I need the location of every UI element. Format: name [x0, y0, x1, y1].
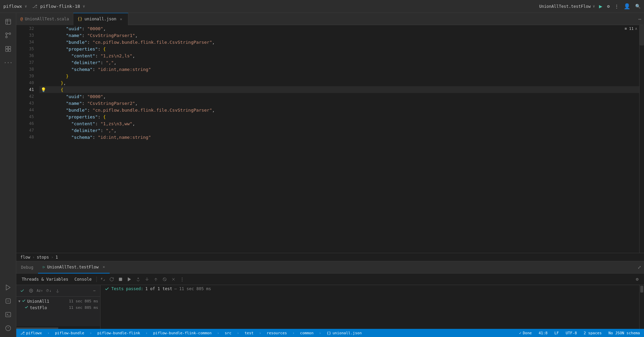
resume-btn[interactable] [125, 275, 133, 283]
svg-rect-5 [8, 46, 11, 49]
code-line-48: "schema": "id:int,name:string" [39, 134, 639, 141]
status-indent[interactable]: 2 spaces [582, 329, 603, 337]
ln-48: 48 [19, 134, 34, 141]
tab-actions: ⋯ [636, 16, 644, 22]
terminal-panel-icon[interactable] [2, 308, 14, 321]
code-line-47: "delimiter": ",", [39, 127, 639, 134]
status-schema[interactable]: No JSON schema [607, 329, 641, 337]
svg-rect-0 [5, 19, 11, 24]
editor-scroll-thumb[interactable] [640, 25, 644, 45]
threads-vars-btn[interactable]: Threads & Variables [19, 275, 71, 283]
code-content[interactable]: "uuid": "0000", "name": "CsvStringParser… [37, 25, 639, 253]
status-path-bundle[interactable]: piflow-bundle [54, 329, 86, 337]
profile-icon[interactable]: 👤 [624, 3, 630, 10]
rerun-btn[interactable] [108, 275, 116, 283]
sort-duration-btn[interactable]: ⏱↓ [45, 287, 52, 295]
mute-breakpoints-btn[interactable] [161, 275, 169, 283]
line-indicator-chevron: ∧ [635, 26, 637, 31]
status-path-common[interactable]: piflow-bundle-flink-common [152, 329, 213, 337]
run-config-chevron: ∨ [593, 4, 595, 8]
code-line-36: "content": "1,zs\n2,ls", [39, 52, 639, 59]
breadcrumb-1[interactable]: 1 [56, 255, 58, 260]
step-out-btn[interactable] [152, 275, 160, 283]
vcs-icon[interactable] [2, 29, 14, 41]
status-path-resources[interactable]: resources [265, 329, 289, 337]
step-over-btn[interactable] [134, 275, 142, 283]
tab-debug[interactable]: Debug [16, 261, 38, 274]
tab-testflow-close[interactable]: ✕ [103, 265, 105, 269]
panel-maximize-btn[interactable]: ⤢ [635, 265, 644, 270]
status-encoding[interactable]: UTF-8 [564, 329, 578, 337]
auto-scroll-btn[interactable] [54, 287, 61, 295]
status-lf: LF [554, 331, 559, 335]
filter-all-btn[interactable] [18, 287, 26, 295]
test-scrollbar[interactable] [16, 326, 100, 329]
status-src: src [225, 331, 232, 335]
stop-btn[interactable] [116, 275, 125, 283]
tab-unionalltest-scala[interactable]: @ UnionAllTest.scala [16, 13, 73, 25]
line-indicator[interactable]: ≡ 11 ∧ [625, 26, 637, 31]
search-icon[interactable]: 🔍 [635, 4, 641, 9]
branch-name[interactable]: piflow-flink-18 [40, 4, 80, 9]
console-btn[interactable]: Console [72, 275, 94, 283]
branch-chevron[interactable]: ∨ [83, 4, 85, 8]
clear-results-btn[interactable] [169, 275, 178, 283]
editor-scrollbar[interactable] [639, 25, 644, 253]
code-line-38: "schema": "id:int,name:string" [39, 66, 639, 73]
code-line-41: 💡 { [39, 86, 639, 93]
run-icon[interactable]: ▶ [599, 3, 603, 10]
status-sep-5: › [237, 331, 239, 335]
test-time: 11 sec 805 ms [69, 305, 98, 310]
restore-layout-btn[interactable] [99, 275, 107, 283]
project-name[interactable]: piflowx [3, 4, 22, 9]
debug-more-btn[interactable]: ⋮ [178, 275, 186, 283]
debug-right-scrollbar[interactable] [639, 285, 644, 329]
status-done[interactable]: ✓ Done [518, 329, 533, 337]
step-into-btn[interactable] [143, 275, 151, 283]
code-line-39: } [39, 73, 639, 79]
more-actions-icon[interactable]: ··· [2, 56, 14, 69]
activity-bar: ··· [0, 13, 16, 337]
debug-settings-icon[interactable]: ⚙ [607, 4, 610, 9]
tab-close-json[interactable]: ✕ [118, 16, 124, 22]
test-item-testflo[interactable]: testFlo 11 sec 805 ms [16, 304, 100, 311]
breadcrumb-stops[interactable]: stops [37, 255, 49, 260]
breadcrumb-flow[interactable]: flow [20, 255, 30, 260]
title-bar-left: piflowx ∨ ⎇ piflow-flink-18 ∨ [3, 4, 85, 9]
status-path-json[interactable]: {} unionall.json [325, 329, 363, 337]
status-position[interactable]: 41:8 [537, 329, 549, 337]
tab-unionall-testflow[interactable]: ▷ UnionAllTest.testFlow ✕ [38, 261, 110, 274]
tab-more-icon[interactable]: ⋯ [639, 16, 641, 22]
status-path-test[interactable]: test [243, 329, 255, 337]
status-sep-8: › [319, 331, 321, 335]
panel-settings-btn[interactable]: ⚙ [633, 275, 641, 283]
sort-alpha-btn[interactable]: Az↑ [36, 287, 43, 295]
threads-vars-label: Threads & Variables [22, 277, 68, 282]
pass-label: Tests passed: [111, 286, 143, 291]
content-area: @ UnionAllTest.scala {} unionall.json ✕ … [16, 13, 644, 337]
tab-unionall-json[interactable]: {} unionall.json ✕ [73, 13, 128, 25]
status-line-ending[interactable]: LF [553, 329, 560, 337]
project-chevron[interactable]: ∨ [25, 4, 27, 8]
status-position-text: 41:8 [538, 331, 548, 335]
svg-marker-13 [128, 277, 131, 281]
status-branch[interactable]: ⎇ piflowx [19, 329, 43, 337]
svg-point-2 [9, 33, 11, 35]
test-suite-unionall[interactable]: ▼ UnionAll1 11 sec 805 ms [16, 298, 100, 304]
status-json: unionall.json [332, 331, 362, 335]
status-path-common2[interactable]: common [299, 329, 315, 337]
code-line-45: "properties": { [39, 113, 639, 120]
more-icon[interactable]: ⋮ [614, 4, 619, 9]
extensions-icon[interactable] [2, 43, 14, 55]
filter-failed-btn[interactable] [27, 287, 35, 295]
explorer-icon[interactable] [2, 16, 14, 28]
breakpoints-icon[interactable] [2, 295, 14, 307]
status-path-src[interactable]: src [223, 329, 233, 337]
code-line-46: "content": "1,zs\n3,ww", [39, 120, 639, 127]
run-config[interactable]: UnionAllTest.testFlow ∨ [539, 4, 595, 9]
run-debug-icon[interactable] [2, 281, 14, 294]
status-path-flink[interactable]: piflow-bundle-flink [96, 329, 142, 337]
editor-area: 32 33 34 35 36 37 38 39 40 41 42 43 44 4… [16, 25, 644, 253]
filter-more-btn[interactable]: ⋯ [91, 287, 98, 295]
info-icon[interactable] [2, 322, 14, 334]
